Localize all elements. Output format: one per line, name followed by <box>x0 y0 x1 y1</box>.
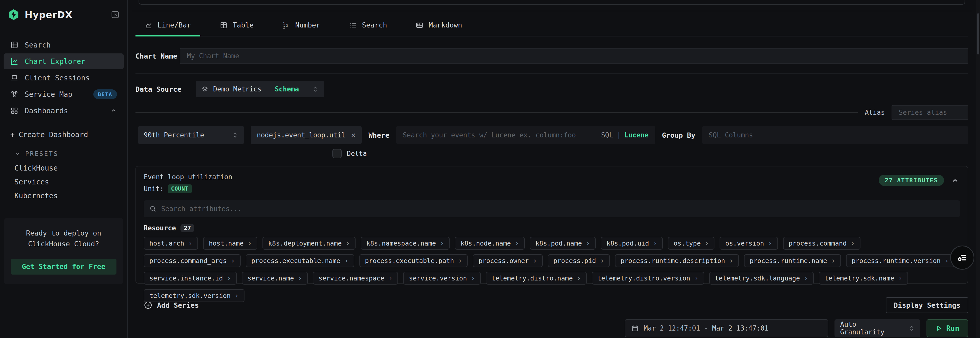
presets-toggle[interactable]: PRESETS <box>14 150 127 157</box>
tab-number[interactable]: 1 2 3 Number <box>282 14 320 36</box>
attribute-chip[interactable]: k8s.deployment.name› <box>262 237 356 250</box>
time-range-input[interactable]: Mar 2 12:47:01 - Mar 2 13:47:01 <box>625 319 828 337</box>
metric-field-value: nodejs.event_loop.util <box>257 131 345 139</box>
preset-kubernetes[interactable]: Kubernetes <box>14 189 127 203</box>
attribute-name: telemetry.sdk.version <box>150 292 231 300</box>
sidebar-item-chart-explorer[interactable]: Chart Explorer <box>3 54 124 69</box>
chart-name-placeholder: My Chart Name <box>187 52 239 60</box>
data-source-select[interactable]: Demo Metrics Schema <box>196 81 324 97</box>
tab-label: Markdown <box>428 21 462 29</box>
chevron-right-icon: › <box>898 274 902 282</box>
tab-line-bar[interactable]: Line/Bar <box>145 14 191 36</box>
page-scrollbar[interactable] <box>976 0 980 338</box>
attribute-chip[interactable]: k8s.pod.name› <box>530 237 596 250</box>
attribute-name: process.pid <box>554 257 596 265</box>
attributes-search-input[interactable]: Search attributes... <box>144 200 960 217</box>
query-language-toggle[interactable]: SQL | Lucene <box>601 131 649 139</box>
attribute-chip[interactable]: service.instance.id› <box>144 272 237 284</box>
scrollbar-thumb[interactable] <box>977 13 979 54</box>
attribute-chip[interactable]: service.version› <box>403 272 480 284</box>
chevron-down-icon <box>14 151 21 157</box>
attribute-chip[interactable]: process.runtime.description› <box>615 254 739 267</box>
aggregation-select[interactable]: 90th Percentile <box>138 126 244 144</box>
attribute-chip[interactable]: k8s.pod.uid› <box>601 237 663 250</box>
chevron-right-icon: › <box>515 240 519 247</box>
attribute-chip[interactable]: process.owner› <box>473 254 542 267</box>
attributes-search-placeholder: Search attributes... <box>161 205 242 213</box>
updown-chevron-icon <box>232 132 238 139</box>
get-started-button[interactable]: Get Started for Free <box>11 259 116 275</box>
top-cropped-input[interactable] <box>138 0 965 5</box>
add-series-button[interactable]: Add Series <box>144 301 199 309</box>
svg-text:3: 3 <box>286 24 288 27</box>
schema-link[interactable]: Schema <box>275 85 299 93</box>
tab-search[interactable]: Search <box>349 14 387 36</box>
preset-clickhouse[interactable]: ClickHouse <box>14 161 127 175</box>
feedback-widget-button[interactable] <box>950 246 974 270</box>
attribute-chip[interactable]: telemetry.sdk.language› <box>709 272 814 284</box>
chevron-right-icon: › <box>694 274 698 282</box>
attribute-chip[interactable]: host.name› <box>203 237 257 250</box>
attribute-name: process.runtime.name <box>750 257 827 265</box>
search-grid-icon <box>10 41 19 49</box>
run-button[interactable]: Run <box>926 319 968 337</box>
sidebar-item-dashboards[interactable]: Dashboards <box>3 103 124 119</box>
cloud-promo-text: Ready to deploy on ClickHouse Cloud? <box>11 228 116 249</box>
sidebar: HyperDX Search <box>0 0 128 338</box>
attribute-name: k8s.deployment.name <box>268 240 342 247</box>
sidebar-item-client-sessions[interactable]: Client Sessions <box>3 70 124 86</box>
attribute-chip[interactable]: k8s.namespace.name› <box>361 237 450 250</box>
create-dashboard-button[interactable]: + Create Dashboard <box>10 130 127 139</box>
attribute-chip[interactable]: process.command_args› <box>144 254 241 267</box>
attribute-chip[interactable]: process.executable.name› <box>246 254 354 267</box>
delta-checkbox[interactable] <box>332 149 342 158</box>
chevron-right-icon: › <box>705 240 709 247</box>
chevron-right-icon: › <box>440 240 444 247</box>
footer-controls: Mar 2 12:47:01 - Mar 2 13:47:01 Auto Gra… <box>135 319 968 338</box>
attribute-chip[interactable]: process.runtime.name› <box>744 254 841 267</box>
attribute-chip[interactable]: telemetry.distro.version› <box>592 272 704 284</box>
attribute-name: host.arch <box>150 240 184 247</box>
attribute-chip[interactable]: telemetry.sdk.version› <box>144 289 245 302</box>
attribute-chip[interactable]: service.namespace› <box>313 272 398 284</box>
attribute-chip[interactable]: service.name› <box>242 272 308 284</box>
sidebar-item-label: Service Map <box>25 90 72 98</box>
group-by-input[interactable]: SQL Columns <box>702 126 968 144</box>
granularity-select[interactable]: Auto Granularity <box>835 319 920 337</box>
attribute-name: os.version <box>725 240 764 247</box>
attribute-chip[interactable]: telemetry.distro.name› <box>486 272 587 284</box>
chevron-right-icon: › <box>248 240 252 247</box>
chart-name-row: Chart Name My Chart Name <box>135 48 968 64</box>
alias-input[interactable]: Series alias <box>892 105 968 120</box>
sidebar-item-service-map[interactable]: Service Map BETA <box>3 86 124 102</box>
tab-markdown[interactable]: Markdown <box>416 14 462 36</box>
list-icon <box>349 21 357 29</box>
collapse-panel-icon[interactable] <box>951 177 959 184</box>
where-search-input[interactable]: Search your events w/ Lucene ex. column:… <box>396 126 655 144</box>
chart-name-input[interactable]: My Chart Name <box>180 48 968 64</box>
preset-services[interactable]: Services <box>14 175 127 189</box>
chart-type-tabs: Line/Bar Table 1 2 3 Number <box>135 14 968 36</box>
lucene-option[interactable]: Lucene <box>624 131 649 139</box>
attribute-name: service.version <box>409 275 467 282</box>
sidebar-item-search[interactable]: Search <box>3 37 124 53</box>
attribute-chip[interactable]: process.command› <box>783 237 861 250</box>
attribute-chip[interactable]: os.type› <box>668 237 714 250</box>
attribute-chip[interactable]: k8s.node.name› <box>455 237 525 250</box>
collapse-sidebar-icon[interactable] <box>111 10 119 19</box>
attribute-chip[interactable]: telemetry.sdk.name› <box>819 272 908 284</box>
line-chart-icon <box>145 21 153 29</box>
metric-field-select[interactable]: nodejs.event_loop.util × <box>251 126 362 144</box>
attribute-chip[interactable]: process.executable.path› <box>360 254 468 267</box>
clear-metric-icon[interactable]: × <box>351 131 356 139</box>
run-label: Run <box>946 324 959 333</box>
divider <box>135 73 968 74</box>
sql-option[interactable]: SQL <box>601 131 613 139</box>
attribute-chip[interactable]: process.runtime.version› <box>846 254 955 267</box>
chevron-right-icon: › <box>600 257 604 265</box>
tab-table[interactable]: Table <box>220 14 253 36</box>
sidebar-item-label: Client Sessions <box>25 74 90 82</box>
attribute-chip[interactable]: process.pid› <box>548 254 610 267</box>
attribute-chip[interactable]: os.version› <box>719 237 778 250</box>
attribute-chip[interactable]: host.arch› <box>144 237 198 250</box>
